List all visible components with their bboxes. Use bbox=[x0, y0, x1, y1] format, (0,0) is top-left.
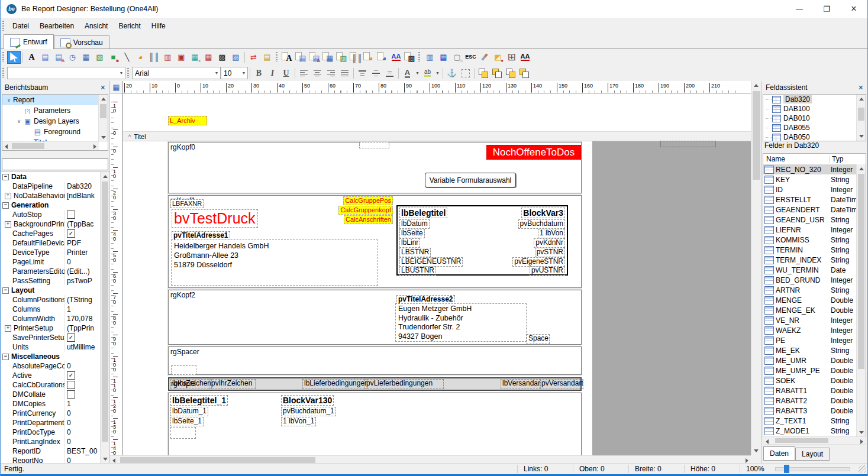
field-row-soek[interactable]: SOEKDouble bbox=[763, 375, 857, 386]
align-center-button[interactable] bbox=[311, 67, 324, 80]
checkbox-icon[interactable] bbox=[67, 381, 75, 389]
font-combo[interactable]: Arial▾ bbox=[132, 67, 221, 79]
field-row-waekz[interactable]: WAEKZInteger bbox=[763, 325, 857, 335]
resize-grip[interactable] bbox=[859, 465, 866, 473]
dbmemo-tool[interactable]: ▤ bbox=[294, 51, 308, 64]
fields-table-header[interactable]: Name Typ bbox=[763, 154, 866, 165]
property-row-active[interactable]: Active✓ bbox=[1, 371, 101, 380]
field-label-pvversandart[interactable]: pvVersandart bbox=[540, 379, 583, 389]
property-row-printdoctype[interactable]: PrintDocType0 bbox=[1, 428, 101, 437]
field-row-term-index[interactable]: TERM_INDEXString bbox=[763, 255, 857, 265]
block-title-left[interactable]: lbBelegtitel_1 bbox=[170, 395, 228, 406]
property-value[interactable] bbox=[64, 390, 101, 399]
dbrichtext-tool[interactable]: ▤A bbox=[308, 51, 321, 64]
table-item-dab100[interactable]: DAB100 bbox=[763, 104, 866, 114]
report-tree-vscrollbar[interactable] bbox=[98, 95, 108, 142]
field-row-bed-grund[interactable]: BED_GRUNDInteger bbox=[763, 275, 857, 285]
scrollbar-thumb[interactable] bbox=[100, 104, 107, 118]
zoom-slider[interactable] bbox=[775, 467, 850, 471]
italic-button[interactable]: I bbox=[266, 67, 279, 80]
address-memo[interactable]: Eugen Metzger GmbH Hydraulik - Zubehör T… bbox=[395, 303, 527, 342]
memo-tool[interactable]: ▤ bbox=[38, 51, 52, 64]
property-row-saveprintersetup[interactable]: SavePrinterSetup✓ bbox=[1, 333, 101, 342]
property-row-nodatabehaviors[interactable]: +NoDataBehaviors[ndBlank bbox=[1, 191, 101, 200]
property-value[interactable]: (TppPrin bbox=[64, 323, 101, 333]
block-field-value[interactable]: 1 lbVon bbox=[538, 229, 565, 238]
property-row-reportid[interactable]: ReportIDBEST_00 bbox=[1, 446, 101, 456]
field-row-kommiss[interactable]: KOMMISSString bbox=[763, 235, 857, 245]
table-tool[interactable]: ⊞ bbox=[505, 51, 518, 64]
property-row-dmcollate[interactable]: DMCollate bbox=[1, 390, 101, 399]
property-value[interactable]: ✓ bbox=[64, 229, 101, 238]
field-row-erstellt[interactable]: ERSTELLTDateTime bbox=[763, 195, 857, 205]
property-row-printdepartment[interactable]: PrintDepartment0 bbox=[1, 418, 101, 428]
menu-item-datei[interactable]: Datei bbox=[7, 19, 34, 33]
block-field-label[interactable]: lbDatum_1 bbox=[170, 407, 208, 416]
dbtext-tool[interactable]: A bbox=[280, 51, 294, 64]
checkbox-icon[interactable]: ✓ bbox=[67, 333, 75, 342]
field-label-pvlieferbedingungen[interactable]: pvLieferbedingungen bbox=[364, 379, 444, 389]
table-item-dab050[interactable]: DAB050 bbox=[763, 132, 866, 141]
field-row-menge[interactable]: MENGEDouble bbox=[763, 295, 857, 305]
block-field-label[interactable]: lbSeite_1 bbox=[170, 417, 204, 426]
todo-label[interactable]: NochOffeneToDos bbox=[486, 145, 581, 160]
collapse-icon[interactable]: − bbox=[2, 174, 9, 180]
line-tool[interactable]: ╲ bbox=[120, 51, 134, 64]
checkbox-icon[interactable]: ✓ bbox=[67, 229, 75, 238]
property-value[interactable]: (TppBac bbox=[64, 219, 101, 229]
property-value[interactable]: Printer bbox=[64, 248, 101, 257]
dbimage-tool[interactable]: ▧ bbox=[335, 51, 349, 64]
field-row-z-mode1[interactable]: Z_MODE1String bbox=[763, 426, 857, 436]
property-row-absolutepagecour[interactable]: AbsolutePageCour0 bbox=[1, 361, 101, 371]
align-right-button[interactable] bbox=[324, 67, 338, 80]
scrollbar-thumb[interactable] bbox=[753, 91, 760, 180]
block-field-value[interactable]: 1 lbVon_1 bbox=[281, 417, 316, 426]
chevron-down-icon[interactable]: ∨ bbox=[5, 97, 13, 103]
property-value[interactable]: 1 bbox=[64, 399, 101, 409]
property-row-parameterseditor[interactable]: ParametersEditor(Edit...) bbox=[1, 267, 101, 276]
checklist-tool[interactable]: ▣ bbox=[175, 51, 188, 64]
property-row-columns[interactable]: Columns1 bbox=[1, 305, 101, 314]
block-field-value[interactable]: pvKdnNr bbox=[534, 238, 565, 248]
menu-item-bericht[interactable]: Bericht bbox=[113, 19, 146, 33]
property-value[interactable]: 1 bbox=[64, 305, 101, 314]
address-memo[interactable]: Heidelberger Handels GmbH Großmann-Allee… bbox=[171, 239, 378, 286]
scroll-up-icon[interactable] bbox=[859, 98, 864, 101]
fields-vscrollbar[interactable] bbox=[856, 164, 866, 437]
chevron-down-icon[interactable]: ∨ bbox=[15, 118, 23, 124]
autosize-tool[interactable]: AA bbox=[518, 51, 532, 64]
block-field-label[interactable]: lbLinr bbox=[399, 238, 420, 248]
property-category-generation[interactable]: −Generation bbox=[1, 200, 101, 210]
band-rgkopf0[interactable]: rgKopf0 NochOffeneToDos Variable Formula… bbox=[168, 142, 582, 193]
highlight-button[interactable]: ab bbox=[421, 67, 434, 80]
table-list-scrollbar[interactable] bbox=[856, 95, 866, 141]
empty-label-box[interactable] bbox=[359, 142, 389, 148]
chevron-down-icon[interactable]: ▾ bbox=[414, 70, 421, 76]
chevron-down-icon[interactable]: ▾ bbox=[117, 70, 122, 76]
pagebreak-tool[interactable]: ⇄ bbox=[247, 51, 260, 64]
property-row-calccbdurations[interactable]: CalcCbDurations bbox=[1, 380, 101, 390]
checkbox-icon[interactable] bbox=[67, 390, 75, 399]
fields-hscrollbar[interactable] bbox=[763, 436, 866, 445]
dbbarcode2d-tool[interactable]: ▩ bbox=[403, 51, 417, 64]
column-header-name[interactable]: Name bbox=[763, 155, 830, 163]
formatbrush-tool[interactable] bbox=[477, 51, 491, 64]
property-row-passsetting[interactable]: PassSettingpsTwoP bbox=[1, 276, 101, 286]
property-grid-scrollbar[interactable] bbox=[100, 172, 109, 464]
field-label-pvihrzeichen[interactable]: pvIhrZeichen bbox=[209, 379, 256, 389]
move-backward-button[interactable] bbox=[517, 67, 531, 80]
property-row-dmcopies[interactable]: DMCopies1 bbox=[1, 399, 101, 409]
property-value[interactable]: 0 bbox=[64, 257, 101, 267]
scroll-up-icon[interactable] bbox=[859, 167, 864, 170]
scroll-down-icon[interactable] bbox=[101, 136, 106, 139]
view-tab-vorschau[interactable]: Vorschau bbox=[54, 35, 109, 49]
frame-button[interactable] bbox=[459, 67, 472, 80]
property-row-columnwidth[interactable]: ColumnWidth170,078 bbox=[1, 314, 101, 323]
property-row-printersetup[interactable]: +PrinterSetup(TppPrin bbox=[1, 323, 101, 333]
bring-front-button[interactable] bbox=[476, 67, 490, 80]
property-row-columnpositions[interactable]: ColumnPositions(TString bbox=[1, 295, 101, 305]
scrollbar-thumb[interactable] bbox=[120, 457, 315, 463]
close-icon[interactable]: × bbox=[859, 83, 863, 92]
band-header-titel[interactable]: ^ Titel bbox=[123, 131, 751, 141]
valign-top-button[interactable] bbox=[356, 67, 369, 80]
